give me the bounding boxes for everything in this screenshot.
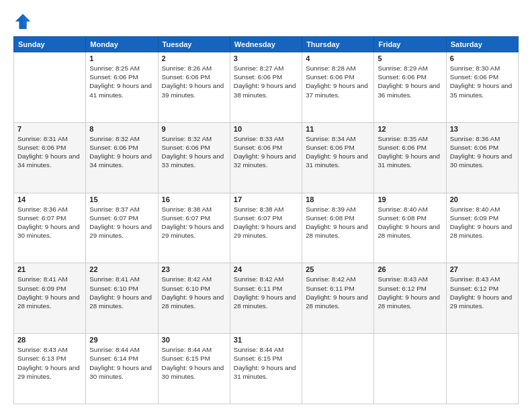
day-number: 1 bbox=[89, 54, 154, 62]
day-cell: 18Sunrise: 8:39 AMSunset: 6:08 PMDayligh… bbox=[302, 193, 374, 263]
day-info: Sunrise: 8:27 AMSunset: 6:06 PMDaylight:… bbox=[234, 64, 298, 99]
week-row-5: 28Sunrise: 8:43 AMSunset: 6:13 PMDayligh… bbox=[14, 334, 519, 404]
day-number: 9 bbox=[162, 125, 226, 133]
day-cell: 16Sunrise: 8:38 AMSunset: 6:07 PMDayligh… bbox=[158, 193, 230, 263]
day-info: Sunrise: 8:43 AMSunset: 6:12 PMDaylight:… bbox=[450, 275, 515, 310]
day-cell: 28Sunrise: 8:43 AMSunset: 6:13 PMDayligh… bbox=[14, 334, 86, 404]
day-cell: 15Sunrise: 8:37 AMSunset: 6:07 PMDayligh… bbox=[86, 193, 158, 263]
week-row-1: 1Sunrise: 8:25 AMSunset: 6:06 PMDaylight… bbox=[14, 52, 519, 123]
day-info: Sunrise: 8:44 AMSunset: 6:14 PMDaylight:… bbox=[89, 345, 154, 381]
day-number: 11 bbox=[306, 125, 370, 133]
day-number: 7 bbox=[17, 125, 82, 133]
day-cell: 14Sunrise: 8:36 AMSunset: 6:07 PMDayligh… bbox=[14, 193, 86, 263]
weekday-header-monday: Monday bbox=[86, 37, 158, 52]
day-number: 16 bbox=[162, 195, 226, 203]
day-info: Sunrise: 8:42 AMSunset: 6:11 PMDaylight:… bbox=[306, 275, 370, 310]
day-number: 27 bbox=[450, 265, 515, 273]
day-info: Sunrise: 8:30 AMSunset: 6:06 PMDaylight:… bbox=[450, 64, 515, 99]
day-info: Sunrise: 8:32 AMSunset: 6:06 PMDaylight:… bbox=[162, 134, 226, 170]
logo bbox=[13, 12, 35, 31]
day-number: 18 bbox=[306, 195, 370, 203]
day-info: Sunrise: 8:38 AMSunset: 6:07 PMDaylight:… bbox=[162, 205, 226, 240]
day-cell: 12Sunrise: 8:35 AMSunset: 6:06 PMDayligh… bbox=[374, 122, 446, 193]
day-cell: 29Sunrise: 8:44 AMSunset: 6:14 PMDayligh… bbox=[86, 334, 158, 404]
weekday-header-friday: Friday bbox=[374, 37, 446, 52]
day-cell: 10Sunrise: 8:33 AMSunset: 6:06 PMDayligh… bbox=[230, 122, 302, 193]
day-number: 25 bbox=[306, 265, 370, 273]
day-number: 10 bbox=[234, 125, 298, 133]
week-row-3: 14Sunrise: 8:36 AMSunset: 6:07 PMDayligh… bbox=[14, 193, 519, 263]
day-info: Sunrise: 8:44 AMSunset: 6:15 PMDaylight:… bbox=[162, 345, 226, 381]
day-number: 2 bbox=[162, 54, 226, 62]
day-info: Sunrise: 8:40 AMSunset: 6:09 PMDaylight:… bbox=[450, 205, 515, 240]
day-cell: 8Sunrise: 8:32 AMSunset: 6:06 PMDaylight… bbox=[86, 122, 158, 193]
day-number: 31 bbox=[234, 336, 298, 344]
day-number: 30 bbox=[162, 336, 226, 344]
day-cell: 11Sunrise: 8:34 AMSunset: 6:06 PMDayligh… bbox=[302, 122, 374, 193]
day-info: Sunrise: 8:38 AMSunset: 6:07 PMDaylight:… bbox=[234, 205, 298, 240]
day-cell: 9Sunrise: 8:32 AMSunset: 6:06 PMDaylight… bbox=[158, 122, 230, 193]
day-info: Sunrise: 8:34 AMSunset: 6:06 PMDaylight:… bbox=[306, 134, 370, 170]
day-number: 8 bbox=[89, 125, 154, 133]
day-number: 20 bbox=[450, 195, 515, 203]
day-number: 22 bbox=[89, 265, 154, 273]
weekday-header-saturday: Saturday bbox=[446, 37, 518, 52]
logo-icon bbox=[13, 12, 32, 31]
day-cell: 1Sunrise: 8:25 AMSunset: 6:06 PMDaylight… bbox=[86, 52, 158, 123]
day-cell bbox=[302, 334, 374, 404]
day-number: 21 bbox=[17, 265, 82, 273]
day-cell: 3Sunrise: 8:27 AMSunset: 6:06 PMDaylight… bbox=[230, 52, 302, 123]
day-info: Sunrise: 8:42 AMSunset: 6:11 PMDaylight:… bbox=[234, 275, 298, 310]
day-cell: 7Sunrise: 8:31 AMSunset: 6:06 PMDaylight… bbox=[14, 122, 86, 193]
day-info: Sunrise: 8:29 AMSunset: 6:06 PMDaylight:… bbox=[378, 64, 442, 99]
day-number: 4 bbox=[306, 54, 370, 62]
day-number: 6 bbox=[450, 54, 515, 62]
header bbox=[13, 12, 519, 31]
day-number: 5 bbox=[378, 54, 442, 62]
day-number: 26 bbox=[378, 265, 442, 273]
day-number: 24 bbox=[234, 265, 298, 273]
weekday-header-sunday: Sunday bbox=[14, 37, 86, 52]
day-info: Sunrise: 8:28 AMSunset: 6:06 PMDaylight:… bbox=[306, 64, 370, 99]
day-cell: 6Sunrise: 8:30 AMSunset: 6:06 PMDaylight… bbox=[446, 52, 518, 123]
day-info: Sunrise: 8:36 AMSunset: 6:06 PMDaylight:… bbox=[450, 134, 515, 170]
day-number: 19 bbox=[378, 195, 442, 203]
day-info: Sunrise: 8:40 AMSunset: 6:08 PMDaylight:… bbox=[378, 205, 442, 240]
day-info: Sunrise: 8:31 AMSunset: 6:06 PMDaylight:… bbox=[17, 134, 82, 170]
day-cell: 5Sunrise: 8:29 AMSunset: 6:06 PMDaylight… bbox=[374, 52, 446, 123]
day-info: Sunrise: 8:35 AMSunset: 6:06 PMDaylight:… bbox=[378, 134, 442, 170]
page: SundayMondayTuesdayWednesdayThursdayFrid… bbox=[0, 0, 532, 411]
day-info: Sunrise: 8:33 AMSunset: 6:06 PMDaylight:… bbox=[234, 134, 298, 170]
week-row-2: 7Sunrise: 8:31 AMSunset: 6:06 PMDaylight… bbox=[14, 122, 519, 193]
day-number: 17 bbox=[234, 195, 298, 203]
day-cell: 27Sunrise: 8:43 AMSunset: 6:12 PMDayligh… bbox=[446, 263, 518, 334]
day-cell: 31Sunrise: 8:44 AMSunset: 6:15 PMDayligh… bbox=[230, 334, 302, 404]
day-number: 28 bbox=[17, 336, 82, 344]
day-cell: 26Sunrise: 8:43 AMSunset: 6:12 PMDayligh… bbox=[374, 263, 446, 334]
day-info: Sunrise: 8:44 AMSunset: 6:15 PMDaylight:… bbox=[234, 345, 298, 381]
day-cell: 21Sunrise: 8:41 AMSunset: 6:09 PMDayligh… bbox=[14, 263, 86, 334]
day-info: Sunrise: 8:25 AMSunset: 6:06 PMDaylight:… bbox=[89, 64, 154, 99]
day-cell: 2Sunrise: 8:26 AMSunset: 6:06 PMDaylight… bbox=[158, 52, 230, 123]
weekday-header-tuesday: Tuesday bbox=[158, 37, 230, 52]
day-cell: 22Sunrise: 8:41 AMSunset: 6:10 PMDayligh… bbox=[86, 263, 158, 334]
day-cell: 25Sunrise: 8:42 AMSunset: 6:11 PMDayligh… bbox=[302, 263, 374, 334]
day-number: 15 bbox=[89, 195, 154, 203]
day-info: Sunrise: 8:32 AMSunset: 6:06 PMDaylight:… bbox=[89, 134, 154, 170]
day-info: Sunrise: 8:42 AMSunset: 6:10 PMDaylight:… bbox=[162, 275, 226, 310]
svg-marker-1 bbox=[23, 14, 30, 26]
weekday-header-thursday: Thursday bbox=[302, 37, 374, 52]
day-cell: 4Sunrise: 8:28 AMSunset: 6:06 PMDaylight… bbox=[302, 52, 374, 123]
weekday-header-wednesday: Wednesday bbox=[230, 37, 302, 52]
day-number: 14 bbox=[17, 195, 82, 203]
day-info: Sunrise: 8:26 AMSunset: 6:06 PMDaylight:… bbox=[162, 64, 226, 99]
day-number: 23 bbox=[162, 265, 226, 273]
day-info: Sunrise: 8:37 AMSunset: 6:07 PMDaylight:… bbox=[89, 205, 154, 240]
weekday-header-row: SundayMondayTuesdayWednesdayThursdayFrid… bbox=[14, 37, 519, 52]
day-cell: 20Sunrise: 8:40 AMSunset: 6:09 PMDayligh… bbox=[446, 193, 518, 263]
calendar-table: SundayMondayTuesdayWednesdayThursdayFrid… bbox=[13, 36, 519, 404]
day-info: Sunrise: 8:41 AMSunset: 6:09 PMDaylight:… bbox=[17, 275, 82, 310]
day-cell: 30Sunrise: 8:44 AMSunset: 6:15 PMDayligh… bbox=[158, 334, 230, 404]
day-cell bbox=[14, 52, 86, 123]
day-number: 29 bbox=[89, 336, 154, 344]
